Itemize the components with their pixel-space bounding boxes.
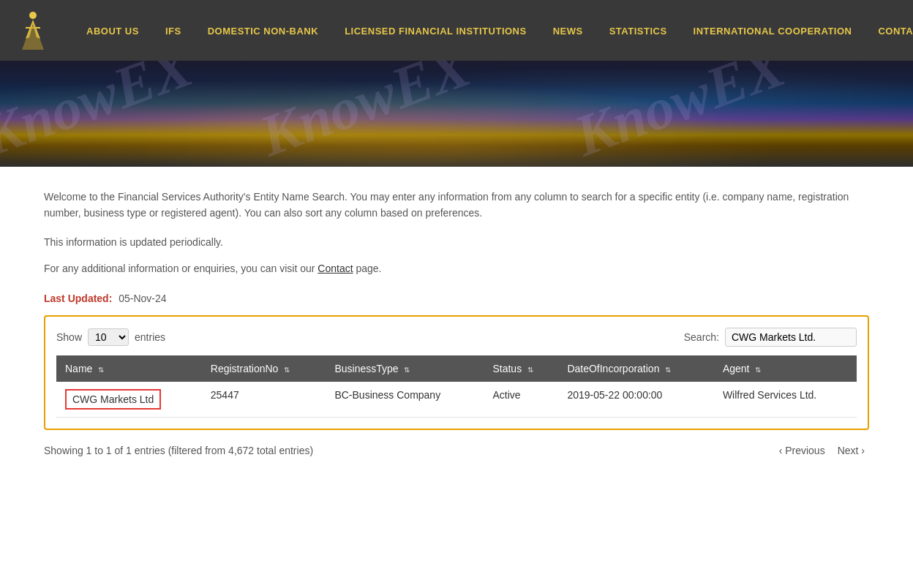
- pagination-info: Showing 1 to 1 of 1 entries (filtered fr…: [44, 445, 313, 456]
- entries-select[interactable]: 10 25 50 100: [88, 328, 129, 346]
- sort-arrows-name: ⇅: [98, 366, 104, 374]
- contact-link[interactable]: Contact: [318, 263, 353, 274]
- cell-reg-no: 25447: [202, 382, 326, 418]
- last-updated-value: 05-Nov-24: [119, 293, 166, 304]
- cell-name: CWG Markets Ltd: [56, 382, 202, 418]
- nav-item-licensed-fi[interactable]: LICENSED FINANCIAL INSTITUTIONS: [331, 25, 540, 37]
- sort-arrows-agent: ⇅: [755, 366, 761, 374]
- contact-pre: For any additional information or enquir…: [44, 263, 318, 274]
- table-container: Show 10 25 50 100 entries Search: Name: [44, 315, 869, 430]
- last-updated: Last Updated: 05-Nov-24: [44, 293, 869, 304]
- table-body: CWG Markets Ltd 25447 BC-Business Compan…: [56, 382, 857, 418]
- nav-item-ifs[interactable]: IFS: [152, 25, 195, 37]
- nav-item-statistics[interactable]: STATISTICS: [596, 25, 680, 37]
- sort-arrows-status: ⇅: [527, 366, 533, 374]
- nav-item-domestic-non-bank[interactable]: DOMESTIC NON-BANK: [195, 25, 332, 37]
- show-label: Show: [56, 331, 82, 343]
- nav-item-contact-us[interactable]: CONTACT US: [865, 25, 913, 37]
- search-input[interactable]: [725, 328, 857, 347]
- contact-post: page.: [353, 263, 382, 274]
- show-entries-control: Show 10 25 50 100 entries: [56, 328, 165, 346]
- nav-links: ABOUT US IFS DOMESTIC NON-BANK LICENSED …: [73, 25, 913, 37]
- search-label: Search:: [684, 331, 719, 343]
- name-cell-highlighted: CWG Markets Ltd: [65, 389, 161, 410]
- next-button[interactable]: Next ›: [833, 443, 869, 458]
- sort-arrows-biztype: ⇅: [404, 366, 410, 374]
- cell-status: Active: [484, 382, 558, 418]
- col-agent[interactable]: Agent ⇅: [714, 355, 857, 382]
- table-controls: Show 10 25 50 100 entries Search:: [56, 328, 857, 347]
- search-box: Search:: [684, 328, 857, 347]
- col-date-of-incorporation[interactable]: DateOfIncorporation ⇅: [558, 355, 714, 382]
- hero-overlay: [0, 61, 913, 167]
- update-notice: This information is updated periodically…: [44, 236, 869, 248]
- hero-banner: KnowEX KnowEX KnowEX: [0, 61, 913, 167]
- table-row: CWG Markets Ltd 25447 BC-Business Compan…: [56, 382, 857, 418]
- logo-icon: [15, 10, 51, 50]
- intro-paragraph: Welcome to the Financial Services Author…: [44, 189, 869, 222]
- sort-arrows-regno: ⇅: [284, 366, 290, 374]
- col-name[interactable]: Name ⇅: [56, 355, 202, 382]
- navbar: ABOUT US IFS DOMESTIC NON-BANK LICENSED …: [0, 0, 913, 61]
- main-content: Welcome to the Financial Services Author…: [0, 167, 913, 478]
- table-header-row: Name ⇅ RegistrationNo ⇅ BusinessType ⇅ S…: [56, 355, 857, 382]
- nav-item-about-us[interactable]: ABOUT US: [73, 25, 152, 37]
- entries-label: entries: [135, 331, 165, 343]
- pagination-row: Showing 1 to 1 of 1 entries (filtered fr…: [44, 437, 869, 464]
- svg-marker-3: [22, 20, 44, 50]
- col-business-type[interactable]: BusinessType ⇅: [326, 355, 484, 382]
- col-status[interactable]: Status ⇅: [484, 355, 558, 382]
- logo[interactable]: [15, 10, 51, 52]
- sort-arrows-doi: ⇅: [665, 366, 671, 374]
- nav-item-international-cooperation[interactable]: INTERNATIONAL COOPERATION: [680, 25, 865, 37]
- cell-agent: Wilfred Services Ltd.: [714, 382, 857, 418]
- svg-point-0: [29, 12, 37, 19]
- cell-doi: 2019-05-22 00:00:00: [558, 382, 714, 418]
- last-updated-label: Last Updated:: [44, 293, 112, 304]
- col-reg-no[interactable]: RegistrationNo ⇅: [202, 355, 326, 382]
- nav-item-news[interactable]: NEWS: [540, 25, 596, 37]
- pagination-links: ‹ Previous Next ›: [775, 443, 869, 458]
- contact-paragraph: For any additional information or enquir…: [44, 263, 869, 274]
- cell-business-type: BC-Business Company: [326, 382, 484, 418]
- data-table: Name ⇅ RegistrationNo ⇅ BusinessType ⇅ S…: [56, 355, 857, 418]
- previous-button[interactable]: ‹ Previous: [775, 443, 830, 458]
